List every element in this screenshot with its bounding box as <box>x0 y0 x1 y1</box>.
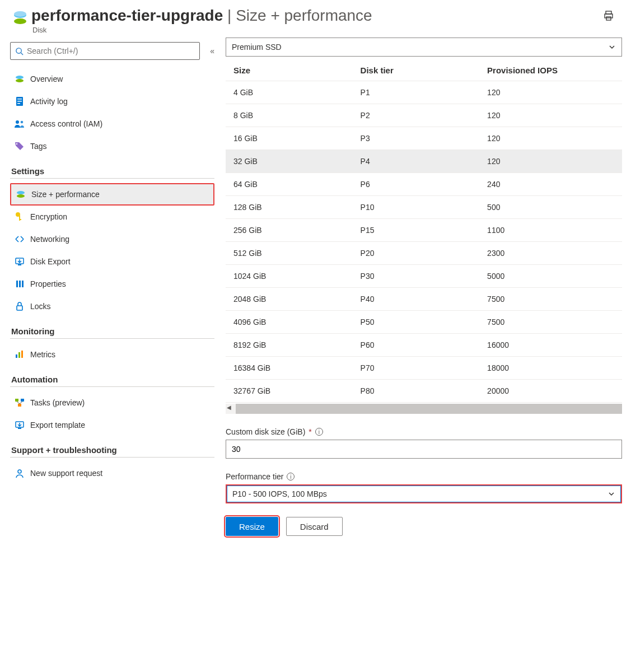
print-icon[interactable] <box>603 7 620 21</box>
resize-button[interactable]: Resize <box>226 517 278 536</box>
table-row[interactable]: 1024 GiBP305000 <box>226 265 622 288</box>
table-row[interactable]: 512 GiBP202300 <box>226 242 622 265</box>
horizontal-scrollbar[interactable]: ◀ <box>226 404 622 414</box>
disk-icon <box>13 189 28 199</box>
svg-point-14 <box>16 120 19 124</box>
main-content: Premium SSD Size Disk tier Provisioned I… <box>221 38 631 546</box>
support-icon <box>12 468 27 478</box>
svg-line-35 <box>20 402 22 404</box>
tag-icon <box>12 142 27 151</box>
svg-rect-28 <box>16 354 17 358</box>
svg-point-17 <box>17 194 25 198</box>
sidebar-item-export-template[interactable]: Export template <box>10 414 214 436</box>
svg-point-2 <box>14 11 26 17</box>
table-row[interactable]: 16384 GiBP7018000 <box>226 357 622 380</box>
svg-rect-32 <box>21 399 24 402</box>
svg-rect-37 <box>18 428 21 429</box>
svg-rect-12 <box>17 101 22 102</box>
search-icon <box>15 47 24 55</box>
resource-type-label: Disk <box>32 26 603 34</box>
svg-rect-11 <box>17 99 22 100</box>
sidebar-item-tags[interactable]: Tags <box>10 135 214 157</box>
custom-size-label: Custom disk size (GiB) * i <box>226 427 622 436</box>
table-row[interactable]: 16 GiBP3120 <box>226 127 622 150</box>
table-row[interactable]: 64 GiBP6240 <box>226 173 622 196</box>
svg-rect-25 <box>19 281 21 287</box>
column-iops[interactable]: Provisioned IOPS <box>479 60 622 81</box>
scroll-left-icon: ◀ <box>227 404 231 410</box>
page-title: performance-tier-upgrade | Size + perfor… <box>31 7 603 25</box>
custom-size-input[interactable] <box>226 440 622 459</box>
lock-icon <box>12 301 27 311</box>
sidebar-item-tasks[interactable]: Tasks (preview) <box>10 391 214 414</box>
section-settings: Settings <box>11 166 214 176</box>
search-input[interactable] <box>10 42 200 60</box>
svg-point-16 <box>16 143 17 144</box>
discard-button[interactable]: Discard <box>286 517 343 536</box>
svg-line-7 <box>21 53 23 55</box>
svg-point-0 <box>14 18 26 24</box>
sidebar-item-size-performance[interactable]: Size + performance <box>10 183 214 206</box>
table-row[interactable]: 4 GiBP1120 <box>226 81 622 104</box>
disk-icon <box>12 74 27 84</box>
performance-tier-label: Performance tier i <box>226 472 622 481</box>
properties-icon <box>12 279 27 288</box>
svg-rect-26 <box>22 281 24 287</box>
svg-point-9 <box>16 76 24 79</box>
chevron-down-icon <box>608 43 616 51</box>
svg-point-18 <box>17 191 25 194</box>
sidebar-item-new-support-request[interactable]: New support request <box>10 462 214 484</box>
table-row[interactable]: 32 GiBP4120 <box>226 150 622 173</box>
log-icon <box>12 96 27 106</box>
sidebar-item-properties[interactable]: Properties <box>10 273 214 295</box>
svg-rect-21 <box>19 219 21 220</box>
section-support: Support + troubleshooting <box>11 445 214 455</box>
sidebar-item-activity-log[interactable]: Activity log <box>10 90 214 113</box>
column-size[interactable]: Size <box>226 60 353 81</box>
sidebar-item-overview[interactable]: Overview <box>10 68 214 90</box>
svg-rect-23 <box>18 264 21 265</box>
export-icon <box>12 257 27 266</box>
sidebar-item-disk-export[interactable]: Disk Export <box>10 250 214 273</box>
svg-rect-24 <box>16 281 18 287</box>
key-icon <box>12 212 27 222</box>
info-icon[interactable]: i <box>315 428 323 436</box>
svg-rect-4 <box>605 14 613 18</box>
svg-rect-31 <box>15 399 18 402</box>
svg-point-8 <box>16 79 24 82</box>
network-icon <box>12 235 27 243</box>
svg-line-34 <box>17 402 20 404</box>
sidebar-item-networking[interactable]: Networking <box>10 228 214 250</box>
collapse-sidebar-button[interactable]: « <box>210 46 214 55</box>
table-row[interactable]: 8 GiBP2120 <box>226 104 622 127</box>
disk-sku-dropdown[interactable]: Premium SSD <box>226 38 622 57</box>
svg-point-6 <box>16 48 21 53</box>
section-monitoring: Monitoring <box>11 326 214 336</box>
required-star: * <box>309 427 311 436</box>
sidebar: « Overview Activity log Access control (… <box>0 38 221 546</box>
table-row[interactable]: 256 GiBP151100 <box>226 219 622 242</box>
disk-icon <box>11 7 31 27</box>
section-automation: Automation <box>11 375 214 384</box>
chevron-down-icon <box>607 490 615 498</box>
table-row[interactable]: 32767 GiBP8020000 <box>226 380 622 403</box>
sidebar-item-metrics[interactable]: Metrics <box>10 343 214 366</box>
sidebar-item-access-control[interactable]: Access control (IAM) <box>10 113 214 135</box>
table-row[interactable]: 4096 GiBP507500 <box>226 311 622 334</box>
svg-rect-13 <box>17 103 20 104</box>
export-template-icon <box>12 421 27 430</box>
tasks-icon <box>12 398 27 407</box>
sidebar-item-encryption[interactable]: Encryption <box>10 206 214 228</box>
table-row[interactable]: 2048 GiBP407500 <box>226 288 622 311</box>
performance-tier-dropdown[interactable]: P10 - 500 IOPS, 100 MBps <box>226 484 622 503</box>
svg-rect-33 <box>18 404 21 407</box>
people-icon <box>12 119 27 128</box>
table-row[interactable]: 8192 GiBP6016000 <box>226 334 622 357</box>
sidebar-item-locks[interactable]: Locks <box>10 295 214 318</box>
table-row[interactable]: 128 GiBP10500 <box>226 196 622 219</box>
column-tier[interactable]: Disk tier <box>353 60 480 81</box>
info-icon[interactable]: i <box>287 473 295 480</box>
svg-point-38 <box>18 470 21 473</box>
svg-rect-27 <box>17 306 22 310</box>
svg-rect-29 <box>18 352 20 358</box>
